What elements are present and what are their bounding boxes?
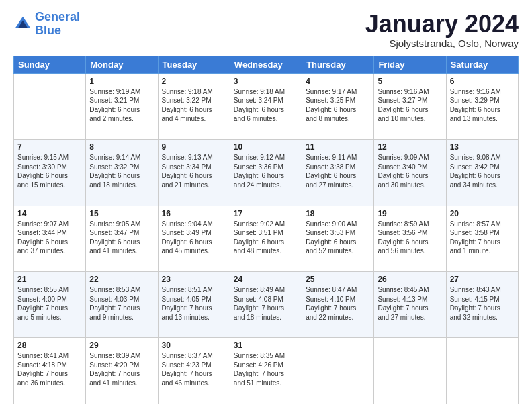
day-cell (374, 338, 446, 404)
day-number: 19 (378, 209, 442, 218)
day-number: 15 (89, 209, 154, 218)
day-cell: 20Sunrise: 8:57 AM Sunset: 3:58 PM Dayli… (446, 205, 518, 271)
day-number: 16 (162, 209, 226, 218)
day-cell: 2Sunrise: 9:18 AM Sunset: 3:22 PM Daylig… (158, 73, 230, 139)
day-number: 24 (234, 275, 298, 284)
day-cell (446, 338, 518, 404)
day-number: 8 (89, 142, 154, 152)
week-row-5: 28Sunrise: 8:41 AM Sunset: 4:18 PM Dayli… (14, 338, 519, 404)
day-number: 17 (234, 209, 298, 218)
day-number: 12 (378, 142, 442, 152)
day-number: 21 (17, 275, 82, 284)
day-info: Sunrise: 9:11 AM Sunset: 3:38 PM Dayligh… (306, 153, 370, 189)
day-cell: 23Sunrise: 8:51 AM Sunset: 4:05 PM Dayli… (158, 272, 230, 338)
day-info: Sunrise: 9:18 AM Sunset: 3:22 PM Dayligh… (162, 87, 226, 124)
day-cell: 11Sunrise: 9:11 AM Sunset: 3:38 PM Dayli… (302, 140, 374, 205)
day-info: Sunrise: 9:08 AM Sunset: 3:42 PM Dayligh… (450, 153, 515, 189)
day-cell: 5Sunrise: 9:16 AM Sunset: 3:27 PM Daylig… (374, 73, 446, 139)
day-info: Sunrise: 9:00 AM Sunset: 3:53 PM Dayligh… (306, 220, 370, 256)
weekday-row: SundayMondayTuesdayWednesdayThursdayFrid… (14, 56, 519, 73)
logo-text: General Blue (35, 11, 80, 38)
day-number: 27 (450, 275, 515, 284)
day-cell: 1Sunrise: 9:19 AM Sunset: 3:21 PM Daylig… (86, 73, 158, 139)
day-number: 1 (89, 77, 154, 86)
day-info: Sunrise: 8:53 AM Sunset: 4:03 PM Dayligh… (89, 285, 154, 322)
day-cell: 10Sunrise: 9:12 AM Sunset: 3:36 PM Dayli… (230, 140, 302, 205)
day-info: Sunrise: 9:14 AM Sunset: 3:32 PM Dayligh… (89, 153, 154, 189)
day-info: Sunrise: 9:12 AM Sunset: 3:36 PM Dayligh… (234, 153, 298, 189)
day-cell: 22Sunrise: 8:53 AM Sunset: 4:03 PM Dayli… (86, 272, 158, 338)
day-info: Sunrise: 8:47 AM Sunset: 4:10 PM Dayligh… (306, 285, 370, 322)
day-info: Sunrise: 8:51 AM Sunset: 4:05 PM Dayligh… (162, 285, 226, 322)
logo-general: General (35, 10, 80, 24)
day-cell: 19Sunrise: 8:59 AM Sunset: 3:56 PM Dayli… (374, 205, 446, 271)
logo-blue: Blue (35, 24, 80, 38)
day-info: Sunrise: 9:19 AM Sunset: 3:21 PM Dayligh… (89, 87, 154, 124)
day-info: Sunrise: 8:41 AM Sunset: 4:18 PM Dayligh… (17, 351, 82, 387)
title-block: January 2024 Sjolyststranda, Oslo, Norwa… (365, 11, 519, 49)
calendar-body: 1Sunrise: 9:19 AM Sunset: 3:21 PM Daylig… (14, 73, 519, 404)
day-info: Sunrise: 9:02 AM Sunset: 3:51 PM Dayligh… (234, 220, 298, 256)
day-info: Sunrise: 9:04 AM Sunset: 3:49 PM Dayligh… (162, 220, 226, 256)
week-row-3: 14Sunrise: 9:07 AM Sunset: 3:44 PM Dayli… (14, 205, 519, 271)
day-cell: 29Sunrise: 8:39 AM Sunset: 4:20 PM Dayli… (86, 338, 158, 404)
day-number: 18 (306, 209, 370, 218)
day-number: 13 (450, 142, 515, 152)
day-cell: 18Sunrise: 9:00 AM Sunset: 3:53 PM Dayli… (302, 205, 374, 271)
week-row-1: 1Sunrise: 9:19 AM Sunset: 3:21 PM Daylig… (14, 73, 519, 139)
calendar-table: SundayMondayTuesdayWednesdayThursdayFrid… (13, 56, 519, 404)
weekday-header-monday: Monday (86, 56, 158, 73)
day-number: 4 (306, 77, 370, 86)
day-cell: 4Sunrise: 9:17 AM Sunset: 3:25 PM Daylig… (302, 73, 374, 139)
day-info: Sunrise: 8:57 AM Sunset: 3:58 PM Dayligh… (450, 220, 515, 256)
day-cell: 26Sunrise: 8:45 AM Sunset: 4:13 PM Dayli… (374, 272, 446, 338)
weekday-header-thursday: Thursday (302, 56, 374, 73)
day-number: 10 (234, 142, 298, 152)
day-number: 14 (17, 209, 82, 218)
day-info: Sunrise: 9:18 AM Sunset: 3:24 PM Dayligh… (234, 87, 298, 124)
day-cell: 12Sunrise: 9:09 AM Sunset: 3:40 PM Dayli… (374, 140, 446, 205)
logo: General Blue (13, 11, 80, 38)
day-number: 5 (378, 77, 442, 86)
day-info: Sunrise: 9:16 AM Sunset: 3:29 PM Dayligh… (450, 87, 515, 124)
location: Sjolyststranda, Oslo, Norway (365, 38, 519, 49)
day-number: 23 (162, 275, 226, 284)
day-number: 9 (162, 142, 226, 152)
day-info: Sunrise: 8:37 AM Sunset: 4:23 PM Dayligh… (162, 351, 226, 387)
day-cell: 3Sunrise: 9:18 AM Sunset: 3:24 PM Daylig… (230, 73, 302, 139)
weekday-header-friday: Friday (374, 56, 446, 73)
month-title: January 2024 (365, 11, 519, 38)
weekday-header-wednesday: Wednesday (230, 56, 302, 73)
weekday-header-tuesday: Tuesday (158, 56, 230, 73)
day-info: Sunrise: 9:09 AM Sunset: 3:40 PM Dayligh… (378, 153, 442, 189)
day-info: Sunrise: 8:35 AM Sunset: 4:26 PM Dayligh… (234, 351, 298, 387)
day-number: 25 (306, 275, 370, 284)
day-number: 29 (89, 340, 154, 350)
day-cell: 31Sunrise: 8:35 AM Sunset: 4:26 PM Dayli… (230, 338, 302, 404)
day-cell: 6Sunrise: 9:16 AM Sunset: 3:29 PM Daylig… (446, 73, 518, 139)
day-info: Sunrise: 8:55 AM Sunset: 4:00 PM Dayligh… (17, 285, 82, 322)
header: General Blue January 2024 Sjolyststranda… (13, 11, 519, 49)
day-info: Sunrise: 9:13 AM Sunset: 3:34 PM Dayligh… (162, 153, 226, 189)
day-number: 20 (450, 209, 515, 218)
day-cell: 15Sunrise: 9:05 AM Sunset: 3:47 PM Dayli… (86, 205, 158, 271)
day-cell (14, 73, 86, 139)
day-number: 22 (89, 275, 154, 284)
day-cell: 7Sunrise: 9:15 AM Sunset: 3:30 PM Daylig… (14, 140, 86, 205)
day-cell (302, 338, 374, 404)
day-info: Sunrise: 9:17 AM Sunset: 3:25 PM Dayligh… (306, 87, 370, 124)
day-info: Sunrise: 8:59 AM Sunset: 3:56 PM Dayligh… (378, 220, 442, 256)
week-row-2: 7Sunrise: 9:15 AM Sunset: 3:30 PM Daylig… (14, 140, 519, 205)
day-number: 7 (17, 142, 82, 152)
calendar-header: SundayMondayTuesdayWednesdayThursdayFrid… (14, 56, 519, 73)
logo-icon (13, 15, 32, 34)
day-number: 3 (234, 77, 298, 86)
day-number: 2 (162, 77, 226, 86)
day-info: Sunrise: 9:05 AM Sunset: 3:47 PM Dayligh… (89, 220, 154, 256)
day-cell: 27Sunrise: 8:43 AM Sunset: 4:15 PM Dayli… (446, 272, 518, 338)
day-number: 11 (306, 142, 370, 152)
week-row-4: 21Sunrise: 8:55 AM Sunset: 4:00 PM Dayli… (14, 272, 519, 338)
day-cell: 21Sunrise: 8:55 AM Sunset: 4:00 PM Dayli… (14, 272, 86, 338)
day-cell: 16Sunrise: 9:04 AM Sunset: 3:49 PM Dayli… (158, 205, 230, 271)
day-number: 6 (450, 77, 515, 86)
